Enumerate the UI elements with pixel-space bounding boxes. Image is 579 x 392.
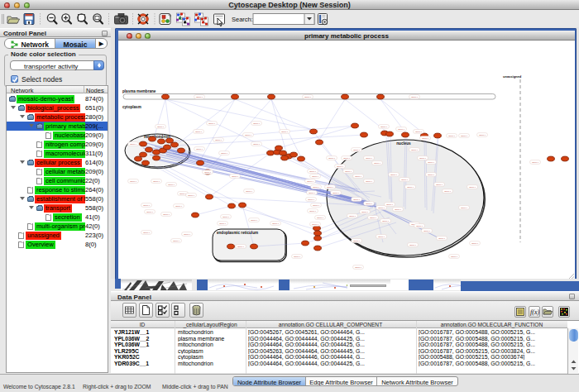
svg-text:endoplasmic reticulum: endoplasmic reticulum	[217, 231, 258, 235]
svg-text:nucleus: nucleus	[396, 141, 411, 146]
svg-text:mitochondrion: mitochondrion	[144, 135, 170, 139]
svg-text:Search:: Search:	[232, 16, 253, 23]
svg-text:unassigned: unassigned	[503, 74, 522, 79]
svg-text:f(x): f(x)	[530, 308, 539, 316]
svg-text:plasma membrane: plasma membrane	[122, 89, 156, 93]
svg-text:cytoplasm: cytoplasm	[122, 105, 141, 109]
